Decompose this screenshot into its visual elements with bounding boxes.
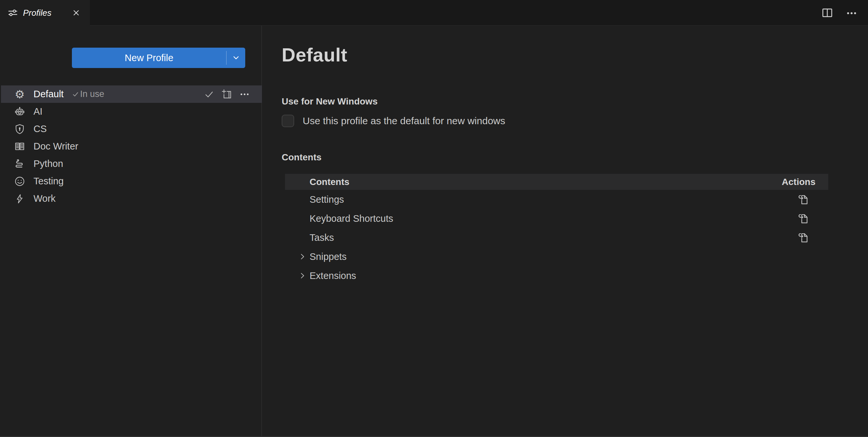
gear-icon: ⚙ xyxy=(13,88,26,101)
new-profile-button[interactable]: New Profile xyxy=(72,48,245,68)
contents-table-header: Contents Actions xyxy=(285,174,828,190)
contents-heading: Contents xyxy=(282,152,868,163)
profile-item-cs[interactable]: CS xyxy=(1,120,262,138)
table-row-tasks: Tasks xyxy=(285,228,828,247)
duplicate-profile-icon[interactable] xyxy=(221,89,232,100)
table-row-extensions[interactable]: Extensions xyxy=(285,266,828,285)
profile-row-actions xyxy=(204,89,262,100)
profile-name: AI xyxy=(33,106,42,117)
column-header-contents: Contents xyxy=(285,177,349,187)
row-label: Keyboard Shortcuts xyxy=(310,213,393,224)
row-label: Tasks xyxy=(310,232,334,243)
profile-item-testing[interactable]: Testing xyxy=(1,173,262,190)
profile-item-default[interactable]: ⚙ Default In use xyxy=(1,85,262,103)
zap-icon xyxy=(13,192,26,205)
new-profile-label: New Profile xyxy=(72,48,226,68)
profiles-editor-window: Profiles xyxy=(0,0,868,437)
row-label: Snippets xyxy=(310,251,347,262)
default-for-new-windows-checkbox[interactable] xyxy=(282,115,294,127)
profile-detail-pane: Default Use for New Windows Use this pro… xyxy=(262,26,868,436)
snake-icon xyxy=(13,157,26,171)
profile-list: ⚙ Default In use xyxy=(1,85,262,207)
contents-table: Contents Actions Settings xyxy=(285,174,828,285)
robot-icon xyxy=(13,105,26,118)
column-header-actions: Actions xyxy=(782,177,828,187)
book-icon xyxy=(13,140,26,153)
more-actions-icon[interactable] xyxy=(845,6,858,19)
tab-profiles[interactable]: Profiles xyxy=(0,0,90,26)
tab-title: Profiles xyxy=(23,8,52,18)
page-title: Default xyxy=(282,44,868,66)
editor-tab-bar: Profiles xyxy=(0,0,868,26)
open-tasks-in-editor-icon[interactable] xyxy=(797,231,809,244)
new-profile-dropdown[interactable] xyxy=(226,48,245,68)
use-for-new-windows-heading: Use for New Windows xyxy=(282,96,868,107)
row-label: Settings xyxy=(310,194,344,205)
open-settings-in-editor-icon[interactable] xyxy=(797,193,809,206)
profile-item-work[interactable]: Work xyxy=(1,190,262,207)
profile-name: Default xyxy=(33,89,64,99)
chevron-right-icon[interactable] xyxy=(298,252,307,261)
close-icon[interactable] xyxy=(70,7,82,19)
tab-strip-empty xyxy=(90,0,868,26)
profiles-sidebar: New Profile ⚙ Default In use xyxy=(0,26,262,436)
table-row-settings: Settings xyxy=(285,190,828,209)
checkbox-label[interactable]: Use this profile as the default for new … xyxy=(303,115,505,126)
open-keyboard-shortcuts-in-editor-icon[interactable] xyxy=(797,212,809,225)
profile-name: Testing xyxy=(33,176,64,186)
profile-item-doc-writer[interactable]: Doc Writer xyxy=(1,138,262,155)
in-use-badge: In use xyxy=(71,89,104,99)
profile-name: CS xyxy=(33,123,46,135)
use-profile-check-icon[interactable] xyxy=(204,89,215,100)
profile-name: Doc Writer xyxy=(33,141,78,152)
smiley-icon xyxy=(13,175,26,188)
profile-name: Python xyxy=(33,158,63,169)
table-row-keyboard-shortcuts: Keyboard Shortcuts xyxy=(285,209,828,228)
profile-more-actions-icon[interactable] xyxy=(239,89,250,100)
split-editor-icon[interactable] xyxy=(821,6,834,19)
shield-icon xyxy=(13,122,26,136)
profile-name: Work xyxy=(33,193,56,204)
row-label: Extensions xyxy=(310,270,356,281)
profile-item-python[interactable]: Python xyxy=(1,155,262,173)
profiles-sliders-icon xyxy=(8,8,18,18)
profile-item-ai[interactable]: AI xyxy=(1,103,262,120)
chevron-right-icon[interactable] xyxy=(298,271,307,280)
table-row-snippets[interactable]: Snippets xyxy=(285,247,828,266)
default-for-new-windows-row: Use this profile as the default for new … xyxy=(282,115,868,127)
